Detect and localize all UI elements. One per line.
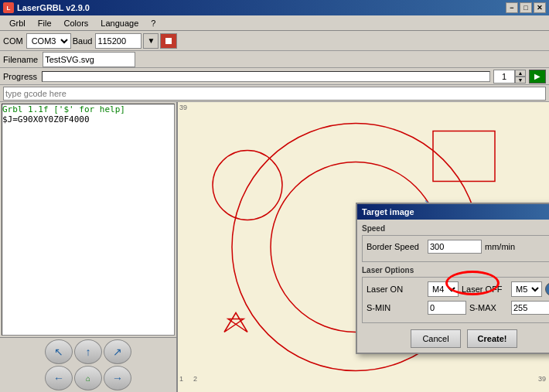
svg-rect-0 xyxy=(165,38,172,44)
console-area: Grbl 1.1f ['$' for help] $J=G90X0Y0Z0F40… xyxy=(2,104,175,336)
minimize-button[interactable]: − xyxy=(506,2,518,13)
nav-right[interactable]: → xyxy=(104,366,131,390)
filename-input[interactable] xyxy=(43,52,135,67)
progress-label: Progress xyxy=(3,72,37,81)
menu-file[interactable]: File xyxy=(32,17,58,29)
smin-input[interactable] xyxy=(428,301,466,315)
dialog-title-text: Target image xyxy=(362,207,414,216)
toolbar-com: COM COM3 Baud ▼ xyxy=(0,31,549,51)
maximize-button[interactable]: □ xyxy=(520,2,532,13)
baud-input[interactable] xyxy=(95,33,142,49)
baud-dropdown[interactable]: ▼ xyxy=(143,33,159,49)
close-button[interactable]: ✕ xyxy=(534,2,546,13)
spin-up[interactable]: ▲ xyxy=(515,70,526,77)
laser-section-label: Laser Options xyxy=(362,266,549,274)
console-line: Grbl 1.1f ['$' for help] xyxy=(2,104,174,114)
laser-section: Laser ON M3 M4 Laser OFF M5 i xyxy=(362,277,549,323)
filename-label: Filename xyxy=(3,55,38,64)
menu-grbl[interactable]: Grbl xyxy=(3,17,32,29)
stop-button[interactable] xyxy=(160,33,177,49)
menu-colors[interactable]: Colors xyxy=(58,17,95,29)
progress-bar xyxy=(42,71,490,82)
stop-icon xyxy=(164,36,173,46)
nav-up[interactable]: ↑ xyxy=(74,339,102,364)
com-select[interactable]: COM3 xyxy=(26,33,71,49)
laser-on-label: Laser ON xyxy=(367,285,425,294)
menu-language[interactable]: Language xyxy=(94,17,145,29)
create-button[interactable]: Create! xyxy=(467,329,517,348)
speed-section: Border Speed mm/min xyxy=(362,235,549,262)
progress-value[interactable] xyxy=(493,70,515,84)
dialog-title-bar: Target image ✕ xyxy=(357,204,549,220)
main-layout: Grbl 1.1f ['$' for help] $J=G90X0Y0Z0F40… xyxy=(0,102,549,392)
smin-label: S-MIN xyxy=(367,303,425,312)
nav-row-2: ← ⌂ → xyxy=(2,366,175,390)
com-label: COM xyxy=(3,36,23,46)
laser-info-button[interactable]: i xyxy=(545,282,549,296)
nav-up-left[interactable]: ↖ xyxy=(45,339,73,364)
laser-on-row: Laser ON M3 M4 Laser OFF M5 i xyxy=(367,281,549,297)
play-button[interactable]: ▶ xyxy=(529,70,546,84)
left-panel: Grbl 1.1f ['$' for help] $J=G90X0Y0Z0F40… xyxy=(0,102,178,392)
spin-buttons: ▲ ▼ xyxy=(515,70,526,84)
nav-left[interactable]: ← xyxy=(45,366,73,390)
app-title: LaserGRBL v2.9.0 xyxy=(17,3,90,12)
bottom-controls: ↖ ↑ ↗ ← ⌂ → xyxy=(0,337,176,392)
smin-smax-row: S-MIN S-MAX i xyxy=(367,301,549,315)
toolbar-filename: Filename xyxy=(0,51,549,68)
border-speed-unit: mm/min xyxy=(485,242,515,251)
dialog-buttons: Cancel Create! xyxy=(362,329,549,348)
nav-row-1: ↖ ↑ ↗ xyxy=(2,339,175,364)
gcode-input[interactable] xyxy=(3,87,546,101)
baud-label: Baud xyxy=(73,36,93,46)
console-line: $J=G90X0Y0Z0F4000 xyxy=(2,114,174,124)
toolbar-progress: Progress ▲ ▼ ▶ xyxy=(0,68,549,85)
window-controls: − □ ✕ xyxy=(506,2,546,13)
border-speed-input[interactable] xyxy=(428,240,482,254)
menu-bar: Grbl File Colors Language ? xyxy=(0,15,549,31)
nav-up-right[interactable]: ↗ xyxy=(104,339,131,364)
laser-on-select[interactable]: M3 M4 xyxy=(428,281,459,297)
laser-off-label: Laser OFF xyxy=(462,285,508,294)
border-speed-label: Border Speed xyxy=(367,242,425,251)
smax-input[interactable] xyxy=(511,301,549,315)
canvas-area: 39 1 2 39 Ta xyxy=(178,102,549,392)
app-icon: L xyxy=(3,2,14,13)
menu-help[interactable]: ? xyxy=(145,17,162,29)
speed-section-label: Speed xyxy=(362,224,549,233)
smax-label: S-MAX xyxy=(469,303,508,312)
laser-off-select[interactable]: M5 xyxy=(511,281,542,297)
dialog-body: Speed Border Speed mm/min Laser Options … xyxy=(357,220,549,353)
target-image-dialog: Target image ✕ Speed Border Speed mm/min xyxy=(356,203,549,354)
nav-home[interactable]: ⌂ xyxy=(74,366,102,390)
gcode-row xyxy=(0,85,549,102)
dialog-overlay: Target image ✕ Speed Border Speed mm/min xyxy=(178,102,549,392)
cancel-button[interactable]: Cancel xyxy=(411,329,461,348)
title-bar: L LaserGRBL v2.9.0 − □ ✕ xyxy=(0,0,549,15)
spin-down[interactable]: ▼ xyxy=(515,77,526,84)
progress-spinner: ▲ ▼ xyxy=(493,70,526,84)
border-speed-row: Border Speed mm/min xyxy=(367,240,549,254)
